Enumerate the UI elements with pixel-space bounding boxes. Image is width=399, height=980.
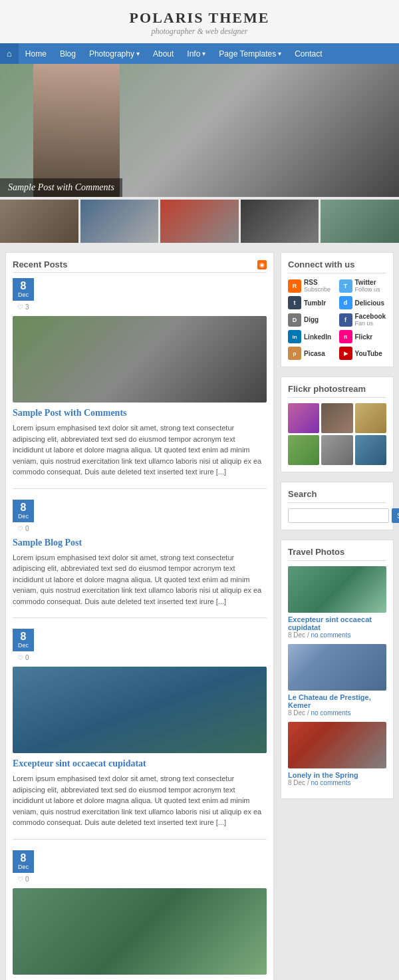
thumb-5[interactable] (321, 200, 399, 243)
flickr-grid (288, 403, 386, 465)
search-input[interactable] (288, 508, 389, 523)
nav-page-templates[interactable]: Page Templates (212, 44, 288, 64)
hero-slider: Sample Post with Comments (0, 64, 399, 197)
post-4: 8 Dec ♡ 0 Le Chateau de Prestige, Kemer … (13, 850, 267, 981)
social-flickr[interactable]: fl Flickr (339, 330, 387, 343)
post-4-likes[interactable]: ♡ 0 (13, 876, 34, 883)
social-delicious[interactable]: d Delicious (339, 296, 387, 309)
post-3-date: 8 Dec ♡ 0 (13, 629, 34, 661)
post-1-likes[interactable]: ♡ 3 (13, 303, 34, 311)
social-linkedin[interactable]: in LinkedIn (288, 330, 336, 343)
recent-posts-title: Recent Posts (13, 259, 67, 269)
site-subtitle: photographer & web designer (0, 27, 399, 37)
post-2-title[interactable]: Sample Blog Post (13, 538, 267, 548)
social-grid: R RSSSubscribe T TwitterFollow us t Tumb… (288, 279, 386, 360)
post-4-image[interactable] (13, 888, 267, 975)
search-button[interactable]: Search (392, 508, 399, 523)
nav-blog[interactable]: Blog (53, 44, 82, 64)
post-3-likes[interactable]: ♡ 0 (13, 654, 34, 661)
post-1-title[interactable]: Sample Post with Comments (13, 408, 267, 418)
travel-comments-1[interactable]: no comments (311, 631, 350, 639)
post-1-excerpt: Lorem ipsum emphasised text dolor sit am… (13, 422, 267, 478)
main-content: Recent Posts ◉ 8 Dec ♡ 3 Sample Post wit… (0, 245, 399, 980)
main-nav: ⌂ Home Blog Photography About Info Page … (0, 43, 399, 64)
flickr-icon: fl (339, 330, 352, 343)
rss-icon: R (288, 279, 301, 293)
travel-image-1[interactable] (288, 566, 386, 613)
thumb-2[interactable] (80, 200, 159, 243)
travel-item-2: Le Chateau de Prestige, Kemer 8 Dec / no… (288, 644, 386, 717)
flickr-thumb-3[interactable] (355, 403, 386, 433)
search-row: Search (288, 508, 386, 523)
post-3-image[interactable] (13, 667, 267, 753)
digg-icon: D (288, 313, 301, 327)
post-4-meta: 8 Dec ♡ 0 (13, 850, 267, 883)
post-3-title[interactable]: Excepteur sint occaecat cupidatat (13, 758, 267, 769)
travel-photos-widget: Travel Photos Excepteur sint occaecat cu… (281, 540, 394, 799)
facebook-icon: f (339, 313, 352, 327)
travel-comments-2[interactable]: no comments (311, 709, 350, 717)
nav-about[interactable]: About (146, 44, 180, 64)
flickr-thumb-4[interactable] (288, 435, 319, 465)
post-2-excerpt: Lorem ipsum emphasised text dolor sit am… (13, 552, 267, 607)
social-twitter[interactable]: T TwitterFollow us (339, 279, 387, 293)
flickr-thumb-1[interactable] (288, 403, 319, 433)
twitter-icon: T (339, 279, 352, 293)
site-header: POLARIS THEME photographer & web designe… (0, 0, 399, 43)
post-2-date: 8 Dec ♡ 0 (13, 500, 34, 532)
social-facebook[interactable]: f FacebookFan us (339, 313, 387, 327)
travel-meta-3: 8 Dec / no comments (288, 779, 386, 786)
post-2: 8 Dec ♡ 0 Sample Blog Post Lorem ipsum e… (13, 500, 267, 619)
search-widget: Search Search (281, 482, 394, 530)
post-3-excerpt: Lorem ipsum emphasised text dolor sit am… (13, 773, 267, 828)
nav-info[interactable]: Info (180, 44, 212, 64)
social-youtube[interactable]: ▶ YouTube (339, 347, 387, 360)
linkedin-icon: in (288, 330, 301, 343)
nav-contact[interactable]: Contact (288, 44, 329, 64)
rss-feed-icon[interactable]: ◉ (257, 260, 267, 269)
thumb-4[interactable] (241, 200, 319, 243)
thumbnail-strip (0, 197, 399, 245)
travel-item-1: Excepteur sint occaecat cupidatat 8 Dec … (288, 566, 386, 639)
thumb-3[interactable] (160, 200, 239, 243)
connect-title: Connect with us (288, 259, 386, 273)
social-tumblr[interactable]: t Tumblr (288, 296, 336, 309)
flickr-thumb-5[interactable] (321, 435, 352, 465)
social-rss[interactable]: R RSSSubscribe (288, 279, 336, 293)
social-digg[interactable]: D Digg (288, 313, 336, 327)
travel-title: Travel Photos (288, 547, 386, 561)
flickr-title: Flickr photostream (288, 384, 386, 398)
nav-photography[interactable]: Photography (82, 44, 146, 64)
post-4-date: 8 Dec ♡ 0 (13, 850, 34, 883)
connect-widget: Connect with us R RSSSubscribe T Twitter… (281, 252, 394, 367)
travel-image-2[interactable] (288, 644, 386, 691)
picasa-icon: p (288, 347, 301, 360)
post-3-meta: 8 Dec ♡ 0 (13, 629, 267, 661)
sidebar: Connect with us R RSSSubscribe T Twitter… (281, 252, 394, 980)
travel-post-title-3[interactable]: Lonely in the Spring (288, 771, 386, 779)
post-3: 8 Dec ♡ 0 Excepteur sint occaecat cupida… (13, 629, 267, 840)
travel-post-title-2[interactable]: Le Chateau de Prestige, Kemer (288, 693, 386, 709)
travel-meta-2: 8 Dec / no comments (288, 709, 386, 717)
post-2-likes[interactable]: ♡ 0 (13, 525, 34, 532)
flickr-thumb-2[interactable] (321, 403, 352, 433)
travel-item-3: Lonely in the Spring 8 Dec / no comments (288, 722, 386, 786)
flickr-thumb-6[interactable] (355, 435, 386, 465)
travel-comments-3[interactable]: no comments (311, 779, 350, 786)
thumb-1[interactable] (0, 200, 78, 243)
social-picasa[interactable]: p Picasa (288, 347, 336, 360)
post-1-meta: 8 Dec ♡ 3 (13, 278, 267, 311)
post-1-image[interactable] (13, 316, 267, 403)
home-icon[interactable]: ⌂ (0, 43, 19, 64)
delicious-icon: d (339, 296, 352, 309)
travel-post-title-1[interactable]: Excepteur sint occaecat cupidatat (288, 615, 386, 631)
recent-posts-header: Recent Posts ◉ (13, 259, 267, 273)
flickr-widget: Flickr photostream (281, 377, 394, 472)
travel-image-3[interactable] (288, 722, 386, 768)
youtube-icon: ▶ (339, 347, 352, 360)
nav-home[interactable]: Home (19, 44, 53, 64)
posts-wrap: Recent Posts ◉ 8 Dec ♡ 3 Sample Post wit… (5, 252, 274, 980)
search-title: Search (288, 489, 386, 503)
post-2-meta: 8 Dec ♡ 0 (13, 500, 267, 532)
post-1-date: 8 Dec ♡ 3 (13, 278, 34, 311)
